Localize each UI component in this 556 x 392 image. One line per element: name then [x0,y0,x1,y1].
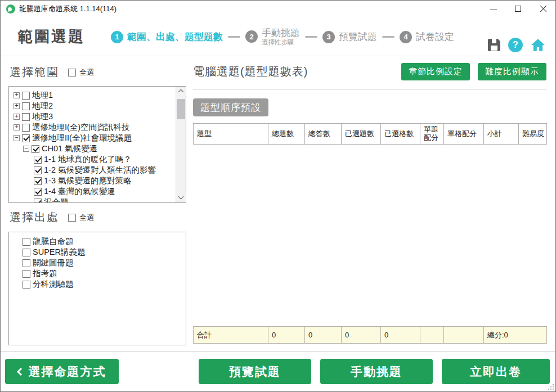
expand-icon[interactable]: + [14,92,20,98]
tree-item[interactable]: +選修地理I(全)空間資訊科技 [12,122,176,133]
close-button[interactable] [531,1,555,17]
tree-item-label: 1-3 氣候變遷的應對策略 [44,175,132,186]
tree-scrollbar[interactable] [176,87,186,202]
tree-item-checkbox[interactable] [34,199,42,203]
expand-icon[interactable]: + [14,124,20,130]
tree-item[interactable]: 1-1 地球真的暖化了嗎？ [12,154,176,165]
source-item[interactable]: 分科測驗題 [12,279,186,290]
tree-item-checkbox[interactable] [22,134,30,142]
resize-grip[interactable] [553,389,554,390]
source-item[interactable]: 指考題 [12,268,186,279]
preview-questions-button[interactable]: 預覽試題 [199,359,311,384]
range-select-all-checkbox[interactable] [68,69,76,76]
total-row-value: 0 [305,327,342,344]
tree-item-label: CH01 氣候變遷 [42,143,97,154]
step-3[interactable]: 3預覽試題 [322,30,377,43]
tree-item-label: 地理3 [32,111,53,122]
chapter-ratio-button[interactable]: 章節比例設定 [401,63,470,80]
step-separator [228,36,240,38]
total-score-cell: 總分:0 [484,327,547,344]
tree-item-checkbox[interactable] [34,166,42,174]
tree-item-checkbox[interactable] [22,113,30,121]
collapse-icon[interactable]: − [23,146,29,152]
range-tree: +地理1+地理2+地理3+選修地理I(全)空間資訊科技−選修地理II(全)社會環… [9,87,176,202]
step-separator [305,36,317,38]
maximize-button[interactable] [506,1,531,17]
help-icon[interactable] [508,38,523,52]
step-4[interactable]: 4試卷設定 [400,30,454,43]
column-header: 單格配分 [444,124,484,145]
manual-pick-button[interactable]: 手動挑題 [320,359,433,384]
difficulty-ratio-button[interactable]: 難度比例顯示 [478,63,546,80]
step-4-label: 試卷設定 [416,30,454,43]
source-item-label: 龍騰自命題 [33,236,74,247]
source-item-checkbox[interactable] [23,259,30,267]
total-row-value: 0 [381,327,420,344]
tree-item-checkbox[interactable] [34,177,42,185]
main-panel-header: 電腦選題(題型題數表) 章節比例設定 難度比例顯示 [193,63,546,80]
source-item-checkbox[interactable] [23,281,30,289]
source-select-all-checkbox[interactable] [68,214,76,222]
question-type-table: 題型總題數總答數已選題數已選格數單題配分單格配分小計難易度 [193,123,547,145]
tree-item-checkbox[interactable] [22,92,30,100]
header-icons [488,38,545,52]
main-divider [193,89,546,90]
tree-item[interactable]: 混合題 [12,197,176,202]
step-4-circle: 4 [400,31,412,43]
tree-item-checkbox[interactable] [22,102,30,110]
range-select-all[interactable]: 全選 [68,67,94,78]
source-item[interactable]: 關鍵圖冊題 [12,258,186,268]
tree-item[interactable]: −選修地理II(全)社會環境議題 [12,133,176,143]
tree-item[interactable]: 1-3 氣候變遷的應對策略 [12,175,176,186]
step-2-label: 手動挑題 [262,28,300,39]
source-item-checkbox[interactable] [23,238,30,246]
tree-item-label: 1-2 氣候變遷對人類生活的影響 [44,165,156,175]
source-item[interactable]: SUPER講義題 [12,247,186,258]
tree-item[interactable]: 1-4 臺灣的氣候變遷 [12,186,176,197]
column-header: 小計 [484,124,519,145]
main-panel-title: 電腦選題(題型題數表) [193,64,308,79]
scroll-down-icon[interactable] [176,193,186,202]
tree-item[interactable]: −CH01 氣候變遷 [12,143,176,154]
minimize-button[interactable] [481,1,506,17]
tree-item-label: 地理2 [32,101,53,111]
step-2-sublabel: 選擇性步驟 [262,39,300,46]
save-icon[interactable] [488,39,500,51]
maximize-icon [515,6,521,12]
minimize-icon [490,10,497,10]
source-list: 龍騰自命題SUPER講義題關鍵圖冊題指考題分科測驗題 [9,232,186,345]
source-item-checkbox[interactable] [23,249,30,256]
tree-item[interactable]: +地理3 [12,111,176,122]
total-row-value [420,327,444,344]
tree-item[interactable]: +地理1 [12,90,176,101]
expand-icon[interactable]: + [14,114,20,120]
back-button[interactable]: 選擇命題方式 [5,359,119,384]
expand-icon[interactable]: + [14,103,20,109]
scrollbar-thumb[interactable] [177,99,185,119]
tree-item[interactable]: 1-2 氣候變遷對人類生活的影響 [12,165,176,175]
step-2[interactable]: 2手動挑題選擇性步驟 [245,28,300,46]
range-section-header: 選擇範圍 全選 [10,65,94,80]
table-total-row: 合計0000總分:0 [194,327,547,344]
generate-exam-button[interactable]: 立即出卷 [442,359,550,384]
tree-item-label: 地理1 [32,90,53,101]
tree-item-checkbox[interactable] [34,188,42,196]
tree-item-label: 1-1 地球真的暖化了嗎？ [44,154,132,165]
type-order-button[interactable]: 題型順序預設 [193,98,268,116]
content-area: 選擇範圍 全選 +地理1+地理2+地理3+選修地理I(全)空間資訊科技−選修地理… [1,56,555,352]
tree-item-checkbox[interactable] [32,145,39,153]
tree-item-checkbox[interactable] [34,156,42,164]
home-icon[interactable] [531,38,545,52]
collapse-icon[interactable]: − [14,135,20,141]
source-select-all[interactable]: 全選 [68,213,94,223]
source-item-checkbox[interactable] [23,270,30,278]
page-header: 範圍選題 1範圍、出處、題型題數2手動挑題選擇性步驟3預覽試題4試卷設定 [1,17,555,56]
source-item[interactable]: 龍騰自命題 [12,236,186,247]
app-window: 龍騰題庫命題系統 1.1.14(114) 範圍選題 1範圍、出處、題型題數2手動… [0,0,556,392]
app-logo-icon [6,4,15,13]
step-1[interactable]: 1範圍、出處、題型題數 [111,30,223,43]
table-total-row-table: 合計0000總分:0 [193,326,547,344]
tree-item-checkbox[interactable] [22,124,30,132]
tree-item[interactable]: +地理2 [12,101,176,111]
scroll-up-icon[interactable] [176,87,186,96]
